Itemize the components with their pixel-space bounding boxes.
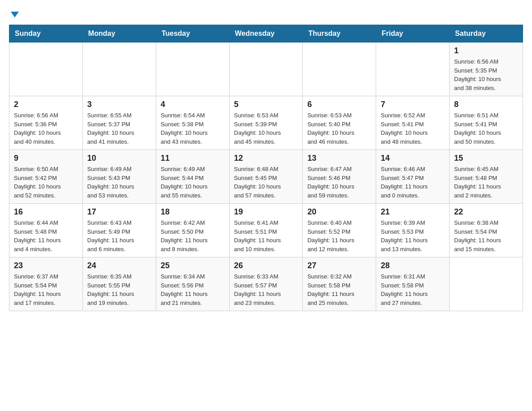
day-info: Sunrise: 6:39 AM Sunset: 5:53 PM Dayligh… — [381, 218, 445, 253]
day-info: Sunrise: 6:40 AM Sunset: 5:52 PM Dayligh… — [307, 218, 371, 253]
calendar-day-cell: 28Sunrise: 6:31 AM Sunset: 5:58 PM Dayli… — [376, 257, 450, 311]
day-number: 7 — [381, 100, 445, 109]
calendar-week-row: 1Sunrise: 6:56 AM Sunset: 5:35 PM Daylig… — [9, 43, 523, 96]
day-number: 8 — [454, 100, 518, 109]
calendar-day-cell — [376, 43, 450, 96]
calendar-header-friday: Friday — [376, 25, 450, 43]
day-number: 20 — [307, 207, 371, 217]
calendar-day-cell: 21Sunrise: 6:39 AM Sunset: 5:53 PM Dayli… — [376, 204, 450, 257]
page-header — [9, 9, 523, 17]
day-info: Sunrise: 6:42 AM Sunset: 5:50 PM Dayligh… — [161, 218, 225, 253]
calendar-day-cell: 25Sunrise: 6:34 AM Sunset: 5:56 PM Dayli… — [156, 257, 229, 311]
calendar-week-row: 23Sunrise: 6:37 AM Sunset: 5:54 PM Dayli… — [9, 257, 523, 311]
day-info: Sunrise: 6:51 AM Sunset: 5:41 PM Dayligh… — [454, 111, 518, 146]
calendar-header-saturday: Saturday — [450, 25, 523, 43]
day-number: 2 — [14, 100, 78, 109]
day-number: 13 — [307, 154, 371, 163]
calendar-day-cell — [450, 257, 523, 311]
day-info: Sunrise: 6:35 AM Sunset: 5:55 PM Dayligh… — [87, 272, 151, 307]
calendar-day-cell: 4Sunrise: 6:54 AM Sunset: 5:38 PM Daylig… — [156, 96, 229, 150]
calendar-header-sunday: Sunday — [9, 25, 83, 43]
calendar-header-thursday: Thursday — [303, 25, 376, 43]
calendar-day-cell: 19Sunrise: 6:41 AM Sunset: 5:51 PM Dayli… — [229, 204, 303, 257]
logo — [9, 9, 19, 17]
day-info: Sunrise: 6:32 AM Sunset: 5:58 PM Dayligh… — [307, 272, 371, 307]
day-number: 17 — [87, 207, 151, 217]
calendar-table: SundayMondayTuesdayWednesdayThursdayFrid… — [9, 25, 523, 311]
calendar-day-cell: 8Sunrise: 6:51 AM Sunset: 5:41 PM Daylig… — [450, 96, 523, 150]
day-info: Sunrise: 6:41 AM Sunset: 5:51 PM Dayligh… — [234, 218, 298, 253]
calendar-day-cell: 24Sunrise: 6:35 AM Sunset: 5:55 PM Dayli… — [82, 257, 156, 311]
calendar-day-cell: 1Sunrise: 6:56 AM Sunset: 5:35 PM Daylig… — [450, 43, 523, 96]
calendar-day-cell: 16Sunrise: 6:44 AM Sunset: 5:48 PM Dayli… — [9, 204, 83, 257]
day-number: 5 — [234, 100, 298, 109]
day-info: Sunrise: 6:50 AM Sunset: 5:42 PM Dayligh… — [14, 165, 78, 200]
day-number: 4 — [161, 100, 225, 109]
calendar-day-cell: 18Sunrise: 6:42 AM Sunset: 5:50 PM Dayli… — [156, 204, 229, 257]
logo-arrow-icon — [11, 12, 19, 17]
calendar-day-cell: 26Sunrise: 6:33 AM Sunset: 5:57 PM Dayli… — [229, 257, 303, 311]
day-info: Sunrise: 6:49 AM Sunset: 5:44 PM Dayligh… — [161, 165, 225, 200]
day-info: Sunrise: 6:55 AM Sunset: 5:37 PM Dayligh… — [87, 111, 151, 146]
day-info: Sunrise: 6:31 AM Sunset: 5:58 PM Dayligh… — [381, 272, 445, 307]
day-info: Sunrise: 6:56 AM Sunset: 5:36 PM Dayligh… — [14, 111, 78, 146]
calendar-day-cell — [82, 43, 156, 96]
day-number: 28 — [381, 261, 445, 270]
day-number: 19 — [234, 207, 298, 217]
calendar-header-wednesday: Wednesday — [229, 25, 303, 43]
calendar-day-cell: 13Sunrise: 6:47 AM Sunset: 5:46 PM Dayli… — [303, 150, 376, 204]
day-number: 10 — [87, 154, 151, 163]
day-number: 14 — [381, 154, 445, 163]
calendar-week-row: 16Sunrise: 6:44 AM Sunset: 5:48 PM Dayli… — [9, 204, 523, 257]
calendar-day-cell — [9, 43, 83, 96]
calendar-header-monday: Monday — [82, 25, 156, 43]
day-info: Sunrise: 6:47 AM Sunset: 5:46 PM Dayligh… — [307, 165, 371, 200]
calendar-week-row: 2Sunrise: 6:56 AM Sunset: 5:36 PM Daylig… — [9, 96, 523, 150]
day-info: Sunrise: 6:53 AM Sunset: 5:39 PM Dayligh… — [234, 111, 298, 146]
day-info: Sunrise: 6:46 AM Sunset: 5:47 PM Dayligh… — [381, 165, 445, 200]
day-number: 3 — [87, 100, 151, 109]
calendar-day-cell: 20Sunrise: 6:40 AM Sunset: 5:52 PM Dayli… — [303, 204, 376, 257]
calendar-day-cell: 17Sunrise: 6:43 AM Sunset: 5:49 PM Dayli… — [82, 204, 156, 257]
day-info: Sunrise: 6:48 AM Sunset: 5:45 PM Dayligh… — [234, 165, 298, 200]
day-number: 25 — [161, 261, 225, 270]
day-number: 12 — [234, 154, 298, 163]
day-number: 9 — [14, 154, 78, 163]
day-info: Sunrise: 6:34 AM Sunset: 5:56 PM Dayligh… — [161, 272, 225, 307]
calendar-day-cell: 5Sunrise: 6:53 AM Sunset: 5:39 PM Daylig… — [229, 96, 303, 150]
day-number: 18 — [161, 207, 225, 217]
day-number: 1 — [454, 46, 518, 56]
day-number: 23 — [14, 261, 78, 270]
calendar-day-cell — [303, 43, 376, 96]
day-info: Sunrise: 6:44 AM Sunset: 5:48 PM Dayligh… — [14, 218, 78, 253]
day-number: 22 — [454, 207, 518, 217]
calendar-day-cell: 3Sunrise: 6:55 AM Sunset: 5:37 PM Daylig… — [82, 96, 156, 150]
day-info: Sunrise: 6:37 AM Sunset: 5:54 PM Dayligh… — [14, 272, 78, 307]
day-number: 11 — [161, 154, 225, 163]
day-number: 16 — [14, 207, 78, 217]
day-number: 21 — [381, 207, 445, 217]
calendar-day-cell: 12Sunrise: 6:48 AM Sunset: 5:45 PM Dayli… — [229, 150, 303, 204]
day-number: 6 — [307, 100, 371, 109]
day-info: Sunrise: 6:53 AM Sunset: 5:40 PM Dayligh… — [307, 111, 371, 146]
calendar-day-cell: 10Sunrise: 6:49 AM Sunset: 5:43 PM Dayli… — [82, 150, 156, 204]
calendar-day-cell: 23Sunrise: 6:37 AM Sunset: 5:54 PM Dayli… — [9, 257, 83, 311]
day-info: Sunrise: 6:45 AM Sunset: 5:48 PM Dayligh… — [454, 165, 518, 200]
calendar-day-cell — [156, 43, 229, 96]
calendar-day-cell: 9Sunrise: 6:50 AM Sunset: 5:42 PM Daylig… — [9, 150, 83, 204]
day-info: Sunrise: 6:33 AM Sunset: 5:57 PM Dayligh… — [234, 272, 298, 307]
day-number: 15 — [454, 154, 518, 163]
day-number: 26 — [234, 261, 298, 270]
calendar-week-row: 9Sunrise: 6:50 AM Sunset: 5:42 PM Daylig… — [9, 150, 523, 204]
calendar-day-cell: 11Sunrise: 6:49 AM Sunset: 5:44 PM Dayli… — [156, 150, 229, 204]
calendar-day-cell: 22Sunrise: 6:38 AM Sunset: 5:54 PM Dayli… — [450, 204, 523, 257]
calendar-day-cell: 27Sunrise: 6:32 AM Sunset: 5:58 PM Dayli… — [303, 257, 376, 311]
calendar-day-cell: 15Sunrise: 6:45 AM Sunset: 5:48 PM Dayli… — [450, 150, 523, 204]
calendar-day-cell — [229, 43, 303, 96]
calendar-header-tuesday: Tuesday — [156, 25, 229, 43]
calendar-day-cell: 14Sunrise: 6:46 AM Sunset: 5:47 PM Dayli… — [376, 150, 450, 204]
calendar-day-cell: 2Sunrise: 6:56 AM Sunset: 5:36 PM Daylig… — [9, 96, 83, 150]
calendar-header-row: SundayMondayTuesdayWednesdayThursdayFrid… — [9, 25, 523, 43]
day-info: Sunrise: 6:56 AM Sunset: 5:35 PM Dayligh… — [454, 57, 518, 92]
day-info: Sunrise: 6:52 AM Sunset: 5:41 PM Dayligh… — [381, 111, 445, 146]
